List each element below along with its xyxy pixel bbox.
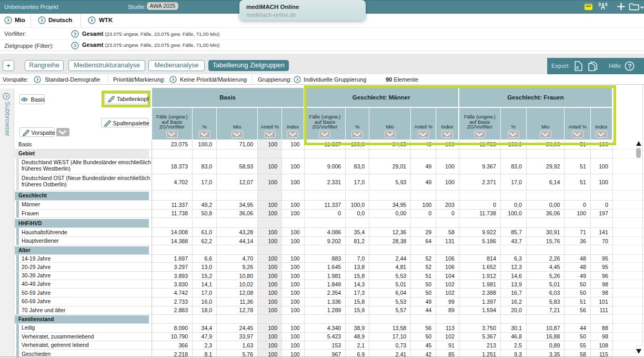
svg-text:x: x	[576, 64, 579, 70]
svg-text:?: ?	[628, 63, 631, 70]
